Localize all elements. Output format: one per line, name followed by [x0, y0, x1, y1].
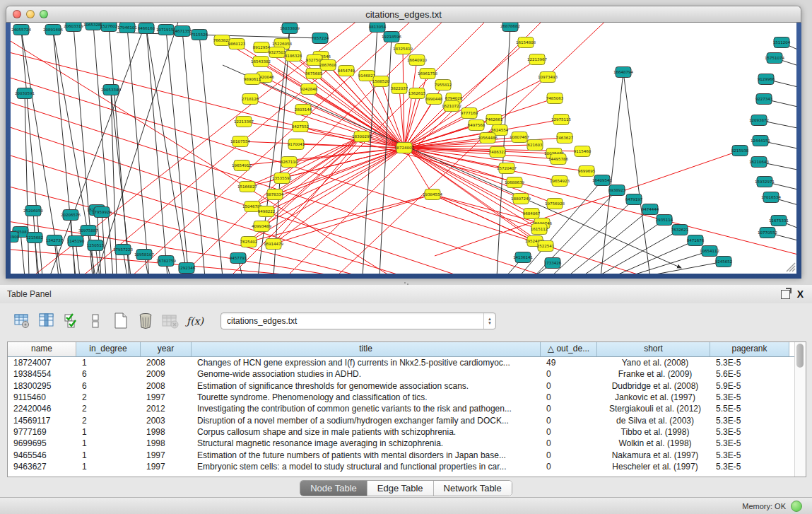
table-row[interactable]: 969969511998Structural magnetic resonanc…	[8, 438, 794, 449]
graph-edge[interactable]	[146, 28, 187, 274]
graph-node[interactable]: 12093872	[749, 115, 769, 126]
graph-node[interactable]: 7632621	[671, 225, 689, 235]
table-row[interactable]: 946362711997Embryonic stem cells: a mode…	[8, 461, 794, 472]
graph-node[interactable]: 9129966	[758, 74, 775, 85]
graph-node[interactable]: 18807249	[511, 194, 531, 204]
graph-edge[interactable]	[131, 23, 417, 274]
graph-edge[interactable]	[379, 37, 392, 274]
memory-status-indicator[interactable]	[791, 501, 802, 512]
table-row[interactable]: 1456911722003Disruption of a novel membe…	[8, 414, 794, 426]
graph-node[interactable]: 7486322	[489, 147, 507, 158]
graph-edge[interactable]	[623, 72, 650, 274]
graph-node[interactable]: 18724007	[394, 143, 414, 153]
delete-column-icon[interactable]	[136, 312, 155, 330]
graph-node[interactable]: 16543382	[251, 57, 271, 67]
graph-node[interactable]: 20030591	[15, 88, 35, 99]
graph-edge[interactable]	[640, 262, 724, 274]
graph-node[interactable]: 8454749	[338, 66, 355, 76]
graph-node[interactable]: 8186328	[285, 51, 302, 62]
graph-node[interactable]: 9684067	[523, 209, 541, 219]
table-scrollbar[interactable]	[794, 342, 806, 477]
table-row[interactable]: 2242004622012Investigating the contribut…	[8, 403, 794, 414]
graph-node[interactable]: 16210722	[442, 101, 461, 112]
column-header-4[interactable]: △ out_de...	[541, 342, 597, 356]
graph-node[interactable]: 15932971	[755, 177, 775, 187]
new-column-icon[interactable]	[112, 312, 130, 330]
column-header-0[interactable]: name	[8, 342, 76, 356]
zoom-window-button[interactable]	[40, 10, 48, 18]
graph-node[interactable]: 40993489	[252, 221, 271, 232]
graph-node[interactable]: 3675685	[305, 69, 323, 79]
graph-node[interactable]: 16782759	[156, 256, 176, 267]
graph-node[interactable]: 16409541	[592, 175, 612, 186]
graph-node[interactable]: 9498222	[258, 206, 276, 217]
graph-node[interactable]: 29053346	[101, 85, 121, 95]
graph-node[interactable]: 19756928	[545, 199, 565, 209]
graph-node[interactable]: 1342737	[46, 235, 64, 246]
graph-edge[interactable]	[250, 99, 404, 148]
graph-node[interactable]: 20564486	[478, 133, 498, 144]
graph-node[interactable]: 10770552	[758, 228, 777, 238]
column-header-3[interactable]: title	[192, 342, 541, 356]
select-rows-icon[interactable]	[62, 312, 81, 330]
graph-node[interactable]: 1145190	[67, 236, 85, 247]
graph-node[interactable]: 18107554	[230, 136, 250, 147]
close-window-button[interactable]	[13, 10, 21, 18]
graph-node[interactable]: 9457791	[230, 253, 247, 264]
graph-node[interactable]: 8466160	[138, 23, 155, 34]
graph-node[interactable]: 1615112	[531, 224, 548, 235]
table-select-dropdown[interactable]: citations_edges.txt ▲▼	[220, 313, 496, 329]
graph-node[interactable]: 15166827	[237, 182, 257, 192]
graph-edge[interactable]	[127, 28, 149, 274]
graph-node[interactable]: 19654923	[550, 176, 570, 187]
graph-node[interactable]: 19654912	[232, 160, 252, 171]
graph-node[interactable]: 6497568	[468, 120, 486, 131]
graph-node[interactable]: 10654112	[700, 246, 719, 257]
graph-edge[interactable]	[404, 74, 428, 148]
graph-node[interactable]: 621603	[527, 140, 543, 151]
column-header-2[interactable]: year	[141, 342, 192, 356]
function-builder-icon[interactable]: ƒ(x)	[186, 312, 204, 330]
graph-node[interactable]: 8813054	[369, 23, 387, 33]
graph-node[interactable]: 9170041	[288, 139, 305, 150]
graph-node[interactable]: 10688639	[505, 177, 524, 188]
close-panel-icon[interactable]: X	[797, 289, 804, 299]
graph-node[interactable]: 17016534	[761, 192, 781, 203]
tab-network-table[interactable]: Network Table	[434, 481, 512, 496]
graph-node[interactable]: 7857224	[312, 33, 329, 44]
graph-node[interactable]: 8427552	[292, 122, 310, 132]
graph-node[interactable]: 18300295	[352, 132, 372, 142]
graph-node[interactable]: 9777169	[461, 108, 478, 119]
minimize-window-button[interactable]	[26, 10, 35, 18]
graph-node[interactable]: 14136141	[513, 252, 533, 263]
graph-node[interactable]: 17959928	[92, 207, 112, 218]
graph-node[interactable]: 14671355	[172, 26, 192, 37]
column-header-6[interactable]: pagerank	[710, 342, 789, 356]
graph-edge[interactable]	[49, 23, 148, 274]
graph-node[interactable]: 13535591	[272, 173, 292, 184]
graph-node[interactable]: 16640910	[407, 55, 427, 66]
graph-edge[interactable]	[404, 60, 417, 148]
graph-node[interactable]: 10807467	[510, 132, 529, 143]
graph-node[interactable]: 3822037	[391, 83, 408, 94]
tab-node-table[interactable]: Node Table	[300, 481, 367, 496]
graph-node[interactable]: 10973493	[538, 72, 558, 83]
graph-node[interactable]: 2867608	[319, 60, 337, 71]
graph-node[interactable]: 16154808	[516, 37, 536, 48]
graph-node[interactable]: 9699695	[578, 166, 596, 177]
graph-node[interactable]: 6479197	[625, 194, 643, 205]
graph-edge[interactable]	[336, 23, 611, 274]
graph-node[interactable]: 16961758	[418, 69, 437, 79]
graph-node[interactable]: 7485063	[546, 93, 564, 104]
graph-node[interactable]: 12975115	[551, 115, 571, 125]
delete-table-icon[interactable]	[161, 312, 180, 330]
graph-node[interactable]: 9242848	[300, 84, 318, 95]
table-row[interactable]: 1872400712008Changes of HCN gene express…	[8, 357, 794, 368]
graph-node[interactable]: 9474444	[642, 204, 659, 215]
window-titlebar[interactable]: citations_edges.txt	[6, 6, 801, 23]
graph-node[interactable]: 2803144	[295, 105, 312, 115]
float-panel-icon[interactable]	[781, 290, 790, 299]
graph-node[interactable]: 12444151	[751, 136, 770, 146]
graph-node[interactable]: 26878682	[500, 23, 520, 32]
graph-edge[interactable]	[581, 220, 664, 274]
